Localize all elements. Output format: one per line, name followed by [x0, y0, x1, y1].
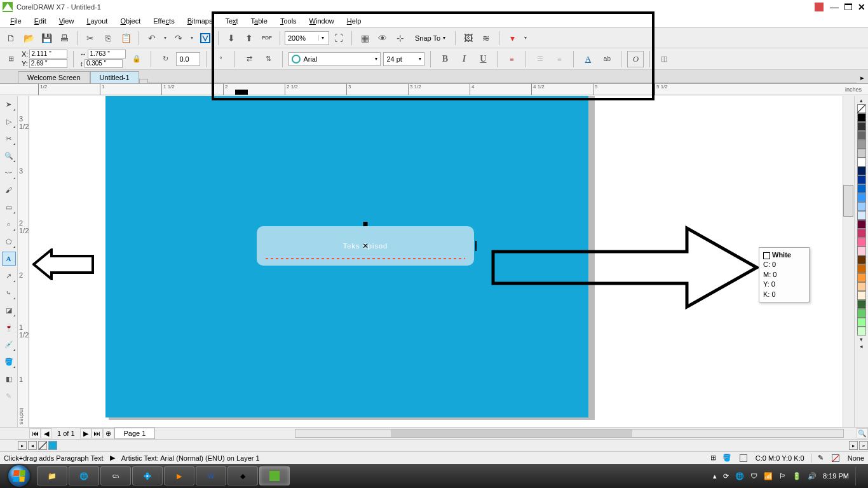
- zoom-tool[interactable]: 🔍: [2, 149, 16, 163]
- palette-swatch[interactable]: [857, 282, 866, 291]
- show-guidelines-button[interactable]: ⊹: [392, 30, 409, 46]
- launcher-dropdown[interactable]: ▾: [522, 30, 529, 46]
- taskbar-media[interactable]: ▶: [164, 466, 194, 485]
- doc-palette-flyout-button[interactable]: »: [859, 441, 868, 450]
- palette-swatch[interactable]: [857, 318, 866, 327]
- taskbar-word[interactable]: W: [196, 466, 226, 485]
- doc-palette-prev-button[interactable]: ◂: [28, 441, 37, 450]
- tray-security-icon[interactable]: 🛡: [750, 472, 757, 480]
- print-button[interactable]: 🖶: [56, 30, 72, 46]
- text-align-button[interactable]: ≡: [503, 51, 520, 67]
- selection-center-icon[interactable]: ✕: [362, 241, 369, 250]
- menu-file[interactable]: File: [4, 15, 28, 27]
- text-cursor-icon[interactable]: [475, 241, 477, 251]
- undo-button[interactable]: ↶: [144, 30, 160, 46]
- palette-swatch[interactable]: [857, 113, 866, 122]
- tabs-more-button[interactable]: ▸: [857, 72, 868, 83]
- interactive-opentype-button[interactable]: O: [627, 51, 644, 67]
- tray-clock[interactable]: 8:19 PM: [823, 472, 849, 480]
- underline-button[interactable]: U: [475, 51, 491, 67]
- lock-ratio-button[interactable]: 🔒: [128, 51, 145, 67]
- palette-swatch[interactable]: [857, 291, 866, 300]
- open-button[interactable]: 📂: [20, 30, 37, 46]
- text-properties-button[interactable]: A: [580, 51, 596, 67]
- doc-palette-swatch[interactable]: [48, 441, 57, 450]
- page-tab[interactable]: Page 1: [114, 428, 156, 439]
- user-icon[interactable]: [815, 3, 824, 11]
- drop-shadow-tool[interactable]: ◪: [2, 303, 16, 317]
- palette-swatch[interactable]: [857, 166, 866, 175]
- palette-down-button[interactable]: ▾: [860, 336, 863, 342]
- menu-tools[interactable]: Tools: [274, 15, 303, 27]
- redo-dropdown[interactable]: ▾: [188, 30, 196, 46]
- palette-swatch[interactable]: [857, 238, 866, 247]
- menu-help[interactable]: Help: [341, 15, 368, 27]
- menu-layout[interactable]: Layout: [80, 15, 114, 27]
- palette-swatch[interactable]: [857, 247, 866, 255]
- tab-welcome[interactable]: Welcome Screen: [18, 71, 90, 83]
- palette-swatch[interactable]: [857, 131, 866, 140]
- drop-cap-button[interactable]: ≡: [551, 51, 567, 67]
- interactive-fill-tool[interactable]: 🪣: [2, 355, 16, 369]
- ellipse-tool[interactable]: ○: [2, 217, 16, 231]
- palette-up-button[interactable]: ▴: [860, 97, 863, 104]
- palette-swatch[interactable]: [857, 220, 866, 229]
- palette-swatch[interactable]: [857, 202, 866, 211]
- launch-button[interactable]: ≋: [478, 30, 494, 46]
- show-grid-button[interactable]: 👁: [374, 30, 391, 46]
- fill-icon[interactable]: 🪣: [722, 454, 731, 462]
- menu-text[interactable]: Text: [219, 15, 244, 27]
- taskbar-chrome[interactable]: 🌐: [69, 466, 99, 485]
- tray-network-icon[interactable]: 🌐: [735, 472, 744, 480]
- palette-swatch[interactable]: [857, 122, 866, 131]
- taskbar-app2[interactable]: ◆: [227, 466, 258, 485]
- tray-wifi-icon[interactable]: 📶: [764, 472, 773, 480]
- outline-icon[interactable]: ✎: [818, 454, 824, 462]
- publish-pdf-button[interactable]: PDF: [259, 30, 275, 46]
- tab-spacer-button[interactable]: [139, 79, 148, 83]
- palette-swatch[interactable]: [857, 300, 866, 309]
- doc-palette-menu-button[interactable]: ▸: [18, 441, 27, 450]
- palette-swatch[interactable]: [857, 184, 866, 193]
- x-input[interactable]: 2.111 ": [29, 50, 67, 58]
- doc-palette-next-button[interactable]: ▸: [849, 441, 858, 450]
- taskbar-coreldraw[interactable]: [259, 466, 290, 485]
- palette-swatch[interactable]: [857, 327, 866, 336]
- tray-sync-icon[interactable]: ⟳: [723, 472, 729, 480]
- palette-swatch[interactable]: [857, 229, 866, 238]
- slider-thumb[interactable]: [843, 185, 853, 217]
- menu-table[interactable]: Table: [245, 15, 274, 27]
- palette-flyout-button[interactable]: ◂: [860, 343, 863, 349]
- palette-swatch[interactable]: [857, 264, 866, 273]
- rectangle-tool[interactable]: ▭: [2, 200, 16, 214]
- shape-tool[interactable]: ▷: [2, 114, 16, 128]
- text-tool[interactable]: A: [2, 252, 16, 266]
- connector-tool[interactable]: ⤷: [2, 286, 16, 300]
- palette-swatch[interactable]: [857, 193, 866, 202]
- undo-dropdown[interactable]: ▾: [161, 30, 169, 46]
- tray-show-hidden-button[interactable]: ▴: [713, 472, 717, 480]
- tray-volume-icon[interactable]: 🔊: [808, 472, 817, 480]
- page-add-button[interactable]: ⊕: [103, 428, 114, 438]
- start-button[interactable]: [3, 464, 36, 487]
- close-button[interactable]: ✕: [858, 2, 865, 12]
- height-input[interactable]: 0.305 ": [85, 59, 123, 68]
- menu-window[interactable]: Window: [303, 15, 341, 27]
- mirror-v-button[interactable]: ⇅: [260, 51, 276, 67]
- horizontal-scrollbar[interactable]: [295, 429, 844, 438]
- app-launcher-button[interactable]: ▾: [504, 30, 520, 46]
- mirror-h-button[interactable]: ⇄: [241, 51, 257, 67]
- palette-swatch[interactable]: [857, 273, 866, 282]
- bullet-list-button[interactable]: ☰: [532, 51, 548, 67]
- zoom-combo[interactable]: 200% ▾: [285, 31, 329, 45]
- snap-grid-icon[interactable]: ⊞: [710, 454, 716, 462]
- font-combo[interactable]: Arial ▾: [288, 52, 381, 66]
- italic-button[interactable]: I: [456, 51, 472, 67]
- crop-tool[interactable]: ✂: [2, 132, 16, 146]
- taskbar-app1[interactable]: 💠: [132, 466, 163, 485]
- rotation-input[interactable]: 0.0: [176, 52, 200, 66]
- ruler-horizontal[interactable]: inches 1/211 1/222 1/233 1/244 1/255 1/2: [0, 84, 868, 95]
- full-screen-button[interactable]: ⛶: [330, 30, 347, 46]
- palette-swatch[interactable]: [857, 175, 866, 184]
- doc-palette-none-swatch[interactable]: [38, 441, 47, 450]
